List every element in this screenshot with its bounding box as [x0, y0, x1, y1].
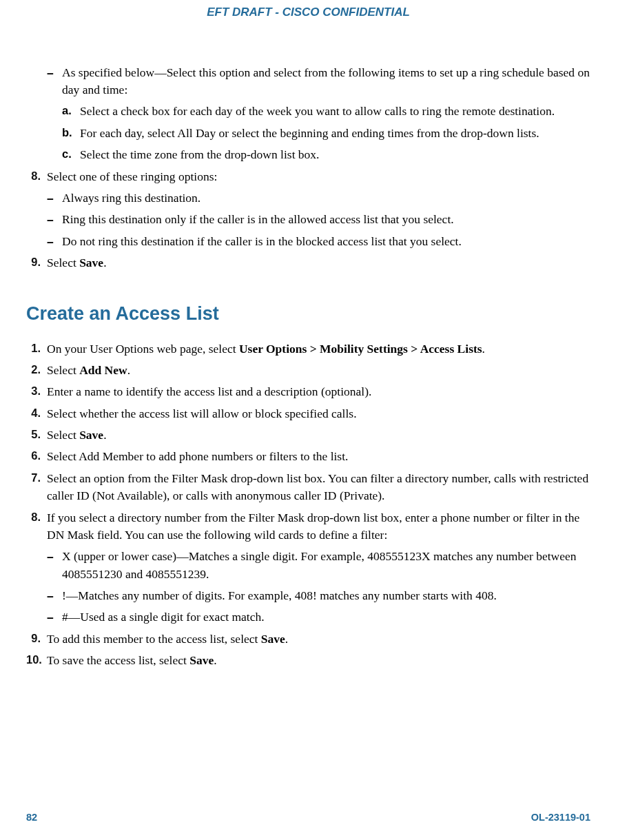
dash-bullet: – — [47, 64, 62, 99]
dash-bullet: – — [47, 548, 62, 583]
step-text: Select whether the access list will allo… — [47, 405, 590, 422]
lettered-item: a. Select a check box for each day of th… — [26, 103, 590, 120]
step-text: Enter a name to identify the access list… — [47, 383, 590, 400]
step-text: Select Save. — [47, 254, 590, 272]
step-number: 9. — [26, 631, 47, 648]
dash-item: – Always ring this destination. — [26, 189, 590, 207]
dash-item: – X (upper or lower case)—Matches a sing… — [26, 548, 590, 583]
document-id: OL-23119-01 — [531, 810, 590, 825]
page-footer: 82 OL-23119-01 — [26, 810, 590, 825]
text-run: . — [127, 363, 130, 377]
text-run: Select — [47, 428, 79, 442]
step-item: 8. Select one of these ringing options: — [26, 168, 590, 185]
bold-text: Save — [261, 632, 285, 646]
dash-item: – Do not ring this destination if the ca… — [26, 233, 590, 250]
step-item: 1. On your User Options web page, select… — [26, 340, 590, 358]
letter-text: Select the time zone from the drop-down … — [80, 146, 590, 163]
step-number: 6. — [26, 448, 47, 465]
text-run: . — [482, 342, 485, 356]
dash-item: – Ring this destination only if the call… — [26, 211, 590, 228]
letter-marker: a. — [62, 103, 80, 120]
bold-text: User Options > Mobility Settings > Acces… — [239, 342, 482, 356]
dash-item: – #—Used as a single digit for exact mat… — [26, 608, 590, 626]
bold-text: Add New — [79, 363, 127, 377]
confidential-banner: EFT DRAFT - CISCO CONFIDENTIAL — [26, 0, 590, 21]
section-heading: Create an Access List — [26, 300, 590, 327]
dash-bullet: – — [47, 211, 62, 228]
step-item: 5. Select Save. — [26, 427, 590, 444]
dash-text: Do not ring this destination if the call… — [62, 233, 590, 250]
step-item: 6. Select Add Member to add phone number… — [26, 448, 590, 465]
dash-text: X (upper or lower case)—Matches a single… — [62, 548, 590, 583]
text-run: . — [103, 428, 106, 442]
dash-item: – !—Matches any number of digits. For ex… — [26, 587, 590, 604]
step-text: On your User Options web page, select Us… — [47, 340, 590, 358]
step-number: 8. — [26, 509, 47, 544]
step-number: 3. — [26, 383, 47, 400]
dash-text: #—Used as a single digit for exact match… — [62, 608, 590, 626]
step-item: 3. Enter a name to identify the access l… — [26, 383, 590, 400]
step-number: 9. — [26, 254, 47, 272]
dash-bullet: – — [47, 608, 62, 626]
step-number: 10. — [26, 652, 47, 669]
step-item: 9. Select Save. — [26, 254, 590, 272]
step-number: 8. — [26, 168, 47, 185]
step-text: If you select a directory number from th… — [47, 509, 590, 544]
step-number: 2. — [26, 362, 47, 379]
dash-bullet: – — [47, 189, 62, 207]
body-content: – As specified below—Select this option … — [26, 64, 590, 670]
text-run: On your User Options web page, select — [47, 342, 239, 356]
bold-text: Save — [79, 428, 103, 442]
text-run: . — [103, 256, 106, 269]
step-item: 2. Select Add New. — [26, 362, 590, 379]
step-item: 8. If you select a directory number from… — [26, 509, 590, 544]
bold-text: Save — [79, 256, 103, 269]
letter-text: Select a check box for each day of the w… — [80, 103, 590, 120]
lettered-item: b. For each day, select All Day or selec… — [26, 125, 590, 142]
step-number: 5. — [26, 427, 47, 444]
dash-text: Always ring this destination. — [62, 189, 590, 207]
step-text: To add this member to the access list, s… — [47, 631, 590, 648]
dash-bullet: – — [47, 233, 62, 250]
dash-text: As specified below—Select this option an… — [62, 64, 590, 99]
bold-text: Save — [189, 653, 214, 667]
document-page: EFT DRAFT - CISCO CONFIDENTIAL – As spec… — [0, 0, 618, 840]
step-item: 9. To add this member to the access list… — [26, 631, 590, 648]
text-run: Select — [47, 256, 79, 269]
text-run: To save the access list, select — [47, 653, 189, 667]
lettered-item: c. Select the time zone from the drop-do… — [26, 146, 590, 163]
text-run: Select — [47, 363, 79, 377]
step-item: 10. To save the access list, select Save… — [26, 652, 590, 669]
dash-text: !—Matches any number of digits. For exam… — [62, 587, 590, 604]
letter-marker: c. — [62, 146, 80, 163]
step-item: 7. Select an option from the Filter Mask… — [26, 470, 590, 505]
letter-text: For each day, select All Day or select t… — [80, 125, 590, 142]
text-run: . — [285, 632, 288, 646]
letter-marker: b. — [62, 125, 80, 142]
step-number: 1. — [26, 340, 47, 358]
page-number: 82 — [26, 810, 37, 825]
step-text: Select Add New. — [47, 362, 590, 379]
step-text: To save the access list, select Save. — [47, 652, 590, 669]
dash-item: – As specified below—Select this option … — [26, 64, 590, 99]
step-text: Select one of these ringing options: — [47, 168, 590, 185]
dash-text: Ring this destination only if the caller… — [62, 211, 590, 228]
step-text: Select Add Member to add phone numbers o… — [47, 448, 590, 465]
text-run: . — [214, 653, 216, 667]
step-number: 7. — [26, 470, 47, 505]
text-run: To add this member to the access list, s… — [47, 632, 261, 646]
step-text: Select Save. — [47, 427, 590, 444]
step-number: 4. — [26, 405, 47, 422]
step-item: 4. Select whether the access list will a… — [26, 405, 590, 422]
step-text: Select an option from the Filter Mask dr… — [47, 470, 590, 505]
dash-bullet: – — [47, 587, 62, 604]
